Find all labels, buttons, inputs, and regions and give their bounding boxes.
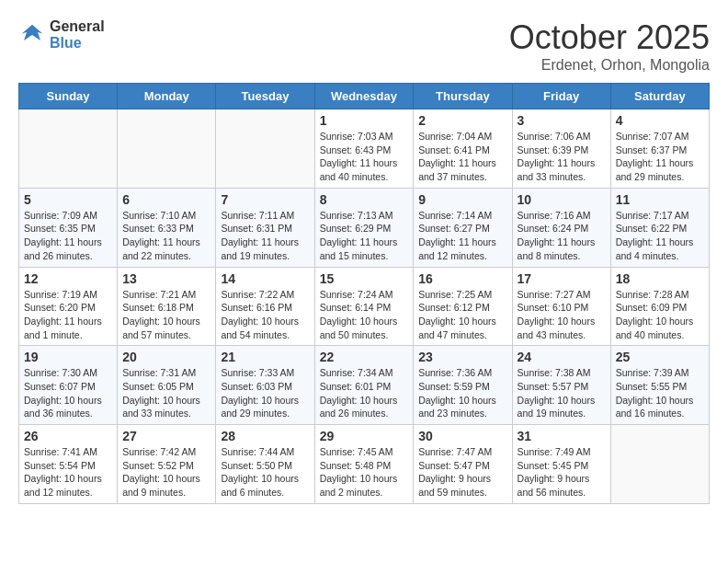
day-info: Sunrise: 7:09 AM Sunset: 6:35 PM Dayligh… <box>24 209 112 263</box>
day-info: Sunrise: 7:49 AM Sunset: 5:45 PM Dayligh… <box>518 445 606 500</box>
day-info: Sunrise: 7:42 AM Sunset: 5:52 PM Dayligh… <box>122 445 210 500</box>
calendar-table: SundayMondayTuesdayWednesdayThursdayFrid… <box>18 83 710 504</box>
day-number: 5 <box>24 192 112 207</box>
day-info: Sunrise: 7:11 AM Sunset: 6:31 PM Dayligh… <box>221 209 309 263</box>
day-info: Sunrise: 7:14 AM Sunset: 6:27 PM Dayligh… <box>418 209 506 263</box>
page-header: General Blue October 2025 Erdenet, Orhon… <box>18 18 710 74</box>
day-info: Sunrise: 7:27 AM Sunset: 6:10 PM Dayligh… <box>518 288 606 342</box>
weekday-header-monday: Monday <box>118 84 216 109</box>
calendar-cell <box>118 109 216 189</box>
calendar-cell: 21Sunrise: 7:33 AM Sunset: 6:03 PM Dayli… <box>216 346 314 425</box>
svg-marker-0 <box>22 24 43 40</box>
day-number: 24 <box>518 350 606 364</box>
calendar-cell: 31Sunrise: 7:49 AM Sunset: 5:45 PM Dayli… <box>512 425 610 504</box>
title-area: October 2025 Erdenet, Orhon, Mongolia <box>509 18 710 74</box>
location-subtitle: Erdenet, Orhon, Mongolia <box>509 57 710 74</box>
calendar-cell: 9Sunrise: 7:14 AM Sunset: 6:27 PM Daylig… <box>414 188 512 267</box>
calendar-cell: 26Sunrise: 7:41 AM Sunset: 5:54 PM Dayli… <box>19 425 118 504</box>
calendar-cell: 16Sunrise: 7:25 AM Sunset: 6:12 PM Dayli… <box>414 267 512 346</box>
day-number: 12 <box>24 271 112 286</box>
month-title: October 2025 <box>509 18 710 57</box>
calendar-cell: 18Sunrise: 7:28 AM Sunset: 6:09 PM Dayli… <box>610 267 709 346</box>
day-info: Sunrise: 7:17 AM Sunset: 6:22 PM Dayligh… <box>616 209 704 263</box>
day-number: 6 <box>122 192 210 207</box>
day-info: Sunrise: 7:16 AM Sunset: 6:24 PM Dayligh… <box>518 209 606 263</box>
calendar-cell: 25Sunrise: 7:39 AM Sunset: 5:55 PM Dayli… <box>610 346 709 425</box>
calendar-cell: 15Sunrise: 7:24 AM Sunset: 6:14 PM Dayli… <box>314 267 414 346</box>
day-number: 18 <box>616 271 704 286</box>
day-number: 20 <box>122 350 210 364</box>
calendar-cell: 23Sunrise: 7:36 AM Sunset: 5:59 PM Dayli… <box>414 346 512 425</box>
calendar-cell: 13Sunrise: 7:21 AM Sunset: 6:18 PM Dayli… <box>118 267 216 346</box>
calendar-cell: 17Sunrise: 7:27 AM Sunset: 6:10 PM Dayli… <box>512 267 610 346</box>
calendar-cell: 19Sunrise: 7:30 AM Sunset: 6:07 PM Dayli… <box>19 346 118 425</box>
day-info: Sunrise: 7:38 AM Sunset: 5:57 PM Dayligh… <box>518 366 606 420</box>
day-info: Sunrise: 7:19 AM Sunset: 6:20 PM Dayligh… <box>24 288 112 342</box>
calendar-cell <box>216 109 314 189</box>
calendar-week-2: 5Sunrise: 7:09 AM Sunset: 6:35 PM Daylig… <box>19 188 710 267</box>
weekday-header-row: SundayMondayTuesdayWednesdayThursdayFrid… <box>19 84 710 109</box>
calendar-cell: 27Sunrise: 7:42 AM Sunset: 5:52 PM Dayli… <box>118 425 216 504</box>
calendar-cell: 7Sunrise: 7:11 AM Sunset: 6:31 PM Daylig… <box>216 188 314 267</box>
day-info: Sunrise: 7:33 AM Sunset: 6:03 PM Dayligh… <box>221 366 309 420</box>
calendar-week-3: 12Sunrise: 7:19 AM Sunset: 6:20 PM Dayli… <box>19 267 710 346</box>
day-number: 25 <box>616 350 704 364</box>
day-info: Sunrise: 7:36 AM Sunset: 5:59 PM Dayligh… <box>418 366 506 420</box>
day-number: 22 <box>320 350 409 364</box>
calendar-cell: 29Sunrise: 7:45 AM Sunset: 5:48 PM Dayli… <box>314 425 414 504</box>
day-info: Sunrise: 7:31 AM Sunset: 6:05 PM Dayligh… <box>122 366 210 420</box>
day-info: Sunrise: 7:45 AM Sunset: 5:48 PM Dayligh… <box>320 445 409 500</box>
day-info: Sunrise: 7:04 AM Sunset: 6:41 PM Dayligh… <box>418 130 506 184</box>
calendar-cell: 5Sunrise: 7:09 AM Sunset: 6:35 PM Daylig… <box>19 188 118 267</box>
day-number: 15 <box>320 271 409 286</box>
logo-general-text: General <box>50 18 105 35</box>
day-number: 3 <box>518 113 606 128</box>
day-number: 2 <box>418 113 506 128</box>
calendar-cell: 14Sunrise: 7:22 AM Sunset: 6:16 PM Dayli… <box>216 267 314 346</box>
day-info: Sunrise: 7:03 AM Sunset: 6:43 PM Dayligh… <box>320 130 409 184</box>
day-number: 27 <box>122 429 210 443</box>
calendar-cell: 6Sunrise: 7:10 AM Sunset: 6:33 PM Daylig… <box>118 188 216 267</box>
day-number: 21 <box>221 350 309 364</box>
day-number: 1 <box>320 113 409 128</box>
day-info: Sunrise: 7:34 AM Sunset: 6:01 PM Dayligh… <box>320 366 409 420</box>
calendar-cell: 4Sunrise: 7:07 AM Sunset: 6:37 PM Daylig… <box>610 109 709 189</box>
weekday-header-thursday: Thursday <box>414 84 512 109</box>
day-info: Sunrise: 7:06 AM Sunset: 6:39 PM Dayligh… <box>518 130 606 184</box>
day-number: 13 <box>122 271 210 286</box>
day-number: 10 <box>518 192 606 207</box>
day-number: 8 <box>320 192 409 207</box>
day-info: Sunrise: 7:10 AM Sunset: 6:33 PM Dayligh… <box>122 209 210 263</box>
calendar-week-1: 1Sunrise: 7:03 AM Sunset: 6:43 PM Daylig… <box>19 109 710 189</box>
logo-icon <box>18 21 46 49</box>
day-info: Sunrise: 7:24 AM Sunset: 6:14 PM Dayligh… <box>320 288 409 342</box>
calendar-week-4: 19Sunrise: 7:30 AM Sunset: 6:07 PM Dayli… <box>19 346 710 425</box>
day-number: 16 <box>418 271 506 286</box>
calendar-cell: 28Sunrise: 7:44 AM Sunset: 5:50 PM Dayli… <box>216 425 314 504</box>
day-info: Sunrise: 7:07 AM Sunset: 6:37 PM Dayligh… <box>616 130 704 184</box>
calendar-cell: 10Sunrise: 7:16 AM Sunset: 6:24 PM Dayli… <box>512 188 610 267</box>
day-info: Sunrise: 7:28 AM Sunset: 6:09 PM Dayligh… <box>616 288 704 342</box>
calendar-cell: 20Sunrise: 7:31 AM Sunset: 6:05 PM Dayli… <box>118 346 216 425</box>
day-number: 28 <box>221 429 309 443</box>
calendar-cell: 22Sunrise: 7:34 AM Sunset: 6:01 PM Dayli… <box>314 346 414 425</box>
calendar-cell <box>610 425 709 504</box>
logo: General Blue <box>18 18 105 51</box>
day-number: 17 <box>518 271 606 286</box>
day-number: 29 <box>320 429 409 443</box>
day-number: 9 <box>418 192 506 207</box>
day-info: Sunrise: 7:47 AM Sunset: 5:47 PM Dayligh… <box>418 445 506 500</box>
day-number: 4 <box>616 113 704 128</box>
logo-blue-text: Blue <box>50 35 105 52</box>
day-info: Sunrise: 7:41 AM Sunset: 5:54 PM Dayligh… <box>24 445 112 500</box>
day-info: Sunrise: 7:22 AM Sunset: 6:16 PM Dayligh… <box>221 288 309 342</box>
day-info: Sunrise: 7:39 AM Sunset: 5:55 PM Dayligh… <box>616 366 704 420</box>
weekday-header-tuesday: Tuesday <box>216 84 314 109</box>
day-number: 30 <box>418 429 506 443</box>
calendar-cell: 8Sunrise: 7:13 AM Sunset: 6:29 PM Daylig… <box>314 188 414 267</box>
day-number: 19 <box>24 350 112 364</box>
weekday-header-wednesday: Wednesday <box>314 84 414 109</box>
day-number: 26 <box>24 429 112 443</box>
weekday-header-sunday: Sunday <box>19 84 118 109</box>
day-number: 11 <box>616 192 704 207</box>
